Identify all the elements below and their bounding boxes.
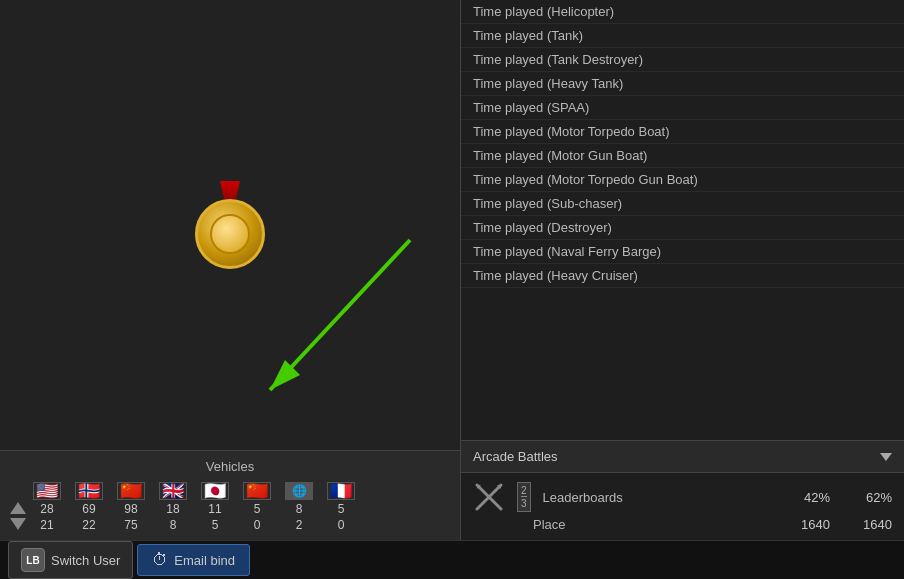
green-arrow-icon (250, 230, 450, 430)
leaderboards-label: Leaderboards (543, 490, 768, 505)
list-item: Time played (Heavy Cruiser) (461, 264, 904, 288)
switch-user-label: Switch User (51, 553, 120, 568)
flag-no-val1: 69 (82, 502, 95, 516)
medal-area (0, 0, 460, 450)
flag-no-val2: 22 (82, 518, 95, 532)
flag-fr-val2: 0 (338, 518, 345, 532)
flag-cn2-val2: 0 (254, 518, 261, 532)
vehicles-title: Vehicles (10, 459, 450, 474)
list-item: Time played (Tank Destroyer) (461, 48, 904, 72)
list-item: Time played (Motor Gun Boat) (461, 144, 904, 168)
vehicles-grid: 🇺🇸 28 21 🇳🇴 69 22 🇨🇳 98 75 (10, 482, 450, 532)
list-item: Time played (Destroyer) (461, 216, 904, 240)
flag-col-cn: 🇨🇳 98 75 (116, 482, 146, 532)
flag-gb-val2: 8 (170, 518, 177, 532)
flag-cn2-val1: 5 (254, 502, 261, 516)
rank-up-icon[interactable] (10, 502, 26, 514)
list-item: Time played (Tank) (461, 24, 904, 48)
flag-columns: 🇺🇸 28 21 🇳🇴 69 22 🇨🇳 98 75 (32, 482, 450, 532)
list-item: Time played (SPAA) (461, 96, 904, 120)
list-item: Time played (Naval Ferry Barge) (461, 240, 904, 264)
flag-cn-val1: 98 (124, 502, 137, 516)
flag-gb: 🇬🇧 (159, 482, 187, 500)
list-item: Time played (Motor Torpedo Gun Boat) (461, 168, 904, 192)
flag-col-fr: 🇫🇷 5 0 (326, 482, 356, 532)
rank-down-icon[interactable] (10, 518, 26, 530)
leaderboards-val2: 62% (842, 490, 892, 505)
flag-generic: 🌐 (285, 482, 313, 500)
flag-col-us: 🇺🇸 28 21 (32, 482, 62, 532)
flag-cn-val2: 75 (124, 518, 137, 532)
flag-generic-val2: 2 (296, 518, 303, 532)
flag-fr-val1: 5 (338, 502, 345, 516)
flag-generic-val1: 8 (296, 502, 303, 516)
list-item: Time played (Sub-chaser) (461, 192, 904, 216)
battles-label: Arcade Battles (473, 449, 558, 464)
flag-jp-val2: 5 (212, 518, 219, 532)
place-row: Place 1640 1640 (473, 517, 892, 532)
battles-dropdown[interactable]: Arcade Battles (461, 440, 904, 473)
flag-cn2: 🇨🇳 (243, 482, 271, 500)
medal-circle (195, 199, 265, 269)
crossed-swords-icon (473, 481, 505, 513)
flag-fr: 🇫🇷 (327, 482, 355, 500)
flag-us-val2: 21 (40, 518, 53, 532)
medal-inner (210, 214, 250, 254)
place-val1: 1640 (780, 517, 830, 532)
left-panel: Vehicles 🇺🇸 28 21 🇳 (0, 0, 460, 540)
leaderboards-val1: 42% (780, 490, 830, 505)
flag-col-jp: 🇯🇵 11 5 (200, 482, 230, 532)
place-label: Place (473, 517, 768, 532)
list-item: Time played (Motor Torpedo Boat) (461, 120, 904, 144)
flag-us: 🇺🇸 (33, 482, 61, 500)
email-bind-button[interactable]: ⏱ Email bind (137, 544, 250, 576)
svg-line-0 (270, 240, 410, 390)
bottom-bar: LB Switch User ⏱ Email bind (0, 540, 904, 579)
flag-cn: 🇨🇳 (117, 482, 145, 500)
chevron-down-icon (880, 453, 892, 461)
flag-jp: 🇯🇵 (201, 482, 229, 500)
clock-icon: ⏱ (152, 551, 168, 569)
vehicles-section: Vehicles 🇺🇸 28 21 🇳 (0, 450, 460, 540)
rank-arrows (10, 482, 26, 530)
list-item: Time played (Helicopter) (461, 0, 904, 24)
flag-col-cn2: 🇨🇳 5 0 (242, 482, 272, 532)
stats-list: Time played (Helicopter) Time played (Ta… (461, 0, 904, 440)
leaderboards-row: 2 3 Leaderboards 42% 62% (473, 481, 892, 513)
medal-ribbon (220, 181, 240, 199)
lb-icon: LB (21, 548, 45, 572)
email-bind-label: Email bind (174, 553, 235, 568)
flag-no: 🇳🇴 (75, 482, 103, 500)
flag-col-gb: 🇬🇧 18 8 (158, 482, 188, 532)
leaderboards-section: 2 3 Leaderboards 42% 62% Place 1640 1640 (461, 473, 904, 540)
place-val2: 1640 (842, 517, 892, 532)
switch-user-button[interactable]: LB Switch User (8, 541, 133, 579)
flag-col-generic: 🌐 8 2 (284, 482, 314, 532)
rank-box-icon: 2 3 (517, 482, 531, 512)
flag-us-val1: 28 (40, 502, 53, 516)
flag-gb-val1: 18 (166, 502, 179, 516)
list-item: Time played (Heavy Tank) (461, 72, 904, 96)
right-panel: Time played (Helicopter) Time played (Ta… (460, 0, 904, 540)
flag-col-no: 🇳🇴 69 22 (74, 482, 104, 532)
svg-marker-1 (270, 360, 300, 390)
flag-jp-val1: 11 (208, 502, 221, 516)
